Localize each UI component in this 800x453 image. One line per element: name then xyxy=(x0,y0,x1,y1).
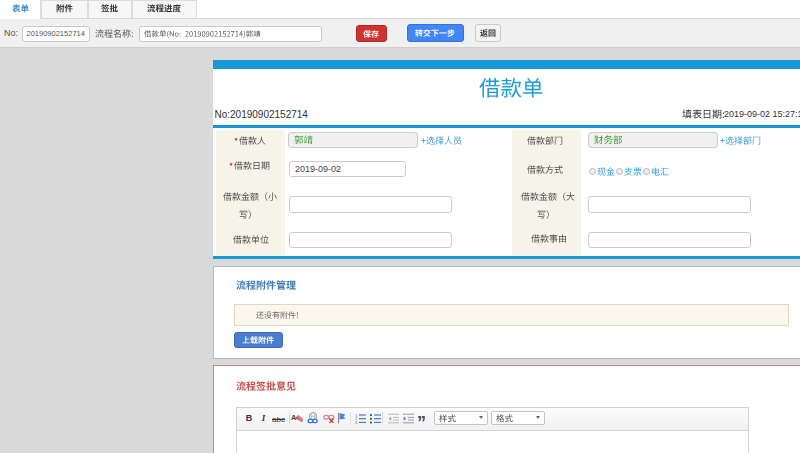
svg-text:3: 3 xyxy=(355,420,358,424)
